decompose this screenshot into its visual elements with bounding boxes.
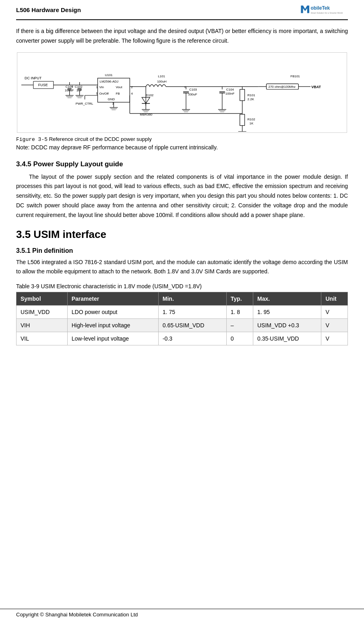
svg-text:+: + [184,85,186,89]
svg-text:On/Off: On/Off [99,92,109,95]
svg-text:5: 5 [96,92,98,95]
svg-text:obileTek: obileTek [310,5,330,11]
table-row: VIHHigh-level input voltage0.65·USIM_VDD… [17,319,348,332]
svg-rect-81 [240,89,245,101]
col-min: Min. [158,292,226,306]
svg-text:FB101: FB101 [290,74,300,78]
svg-text:MBR360: MBR360 [140,113,153,116]
header-title: L506 Hardware Design [16,6,81,13]
svg-text:GND: GND [108,97,115,101]
svg-text:2: 2 [131,85,133,89]
svg-text:C104: C104 [226,88,234,91]
svg-text:1: 1 [96,85,98,89]
table-cell-max: USIM_VDD +0.3 [253,319,321,332]
table-cell-typ: – [226,319,253,332]
section-345-heading: 3.4.5 Power Supply Layout guide [16,160,348,168]
table-cell-unit: V [321,332,348,345]
figure-label: Figure 3-5 [16,136,48,143]
svg-rect-85 [240,114,245,126]
intro-paragraph: If there is a big difference between the… [16,27,348,46]
table-cell-typ: 0 [226,332,253,345]
svg-text:VBAT: VBAT [311,85,321,89]
table-cell-max: 0.35·USIM_VDD [253,332,321,345]
figure-caption: Figure 3-5 Reference circuit of the DCDC… [16,136,348,143]
section-351-heading: 3.5.1 Pin definition [16,247,348,254]
page-header: L506 Hardware Design obileTek Smart Solu… [16,0,348,20]
col-symbol: Symbol [17,292,68,306]
svg-text:270 ohm@100Mhz: 270 ohm@100Mhz [268,85,295,89]
figure-caption-text: Reference circuit of the DCDC power supp… [49,136,152,142]
svg-text:R102: R102 [248,118,256,121]
page-container: L506 Hardware Design obileTek Smart Solu… [0,0,364,620]
section-35-heading: 3.5 USIM interface [16,228,348,241]
svg-text:LM2596-ADJ: LM2596-ADJ [100,80,119,83]
table-caption: Table 3-9 USIM Electronic characteristic… [16,283,348,289]
svg-text:100nF: 100nF [225,92,235,95]
col-unit: Unit [321,292,348,306]
page-footer: Copyright © Shanghai Mobiletek Communica… [0,609,364,620]
svg-text:L101: L101 [158,74,165,78]
table-header: Symbol Parameter Min. Typ. Max. Unit [17,292,348,306]
svg-text:C102: C102 [75,85,83,89]
svg-text:DC INPUT: DC INPUT [25,76,42,80]
table-cell-parameter: LDO power output [67,306,158,319]
table-cell-parameter: Low-level input voltage [67,332,158,345]
figure-note: Note: DCDC may deprave RF performance be… [16,144,348,151]
svg-text:100uF: 100uF [65,89,74,92]
table-cell-symbol: VIH [17,319,68,332]
col-parameter: Parameter [67,292,158,306]
circuit-svg: DC INPUT FUSE C101 100uF + [17,53,347,132]
svg-text:D102: D102 [146,93,154,97]
table-cell-typ: 1. 8 [226,306,253,319]
usim-table: Symbol Parameter Min. Typ. Max. Unit USI… [16,292,348,345]
header-logo: obileTek Smart Solution for a Smarter Wo… [300,3,348,16]
footer-copyright: Copyright © Shanghai Mobiletek Communica… [16,612,138,618]
svg-text:FB: FB [116,92,120,95]
table-body: USIM_VDDLDO power output1. 751. 81. 95VV… [17,306,348,345]
table-cell-min: 1. 75 [158,306,226,319]
table-cell-symbol: VIL [17,332,68,345]
table-cell-max: 1. 95 [253,306,321,319]
col-max: Max. [253,292,321,306]
table-cell-unit: V [321,319,348,332]
svg-text:Vout: Vout [116,85,122,89]
svg-text:U101: U101 [105,73,113,77]
section-351-paragraph: The L506 integrated a ISO 7816-2 standar… [16,258,348,277]
table-cell-min: 0.65·USIM_VDD [158,319,226,332]
svg-text:Smart Solution for a Smarter W: Smart Solution for a Smarter World [310,12,343,14]
svg-text:4: 4 [131,92,133,95]
svg-text:2.2K: 2.2K [248,97,254,101]
mobiletek-logo-icon: obileTek Smart Solution for a Smarter Wo… [300,3,348,16]
table-cell-unit: V [321,306,348,319]
svg-text:330uF: 330uF [188,93,197,96]
svg-text:1uF: 1uF [77,89,82,92]
svg-text:C103: C103 [189,88,197,91]
svg-text:Vin: Vin [99,85,104,89]
svg-text:100uH: 100uH [157,80,167,83]
table-row: USIM_VDDLDO power output1. 751. 81. 95V [17,306,348,319]
circuit-diagram: DC INPUT FUSE C101 100uF + [17,52,347,133]
table-cell-parameter: High-level input voltage [67,319,158,332]
svg-text:PWR_CTRL: PWR_CTRL [76,102,93,105]
svg-text:R101: R101 [248,93,256,97]
col-typ: Typ. [226,292,253,306]
table-cell-symbol: USIM_VDD [17,306,68,319]
section-345-paragraph: The layout of the power supply section a… [16,172,348,220]
table-row: VILLow-level input voltage-0.300.35·USIM… [17,332,348,345]
table-cell-min: -0.3 [158,332,226,345]
svg-text:FUSE: FUSE [38,83,48,87]
table-header-row: Symbol Parameter Min. Typ. Max. Unit [17,292,348,306]
svg-text:1K: 1K [250,122,254,125]
